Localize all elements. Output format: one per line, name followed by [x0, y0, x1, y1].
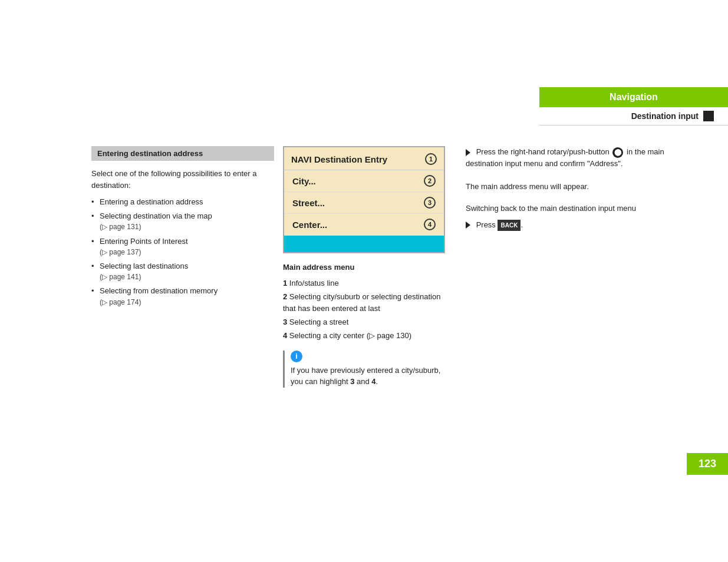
right-section: Press the right-hand rotary/push-button …: [466, 146, 678, 242]
list-item-text: Entering Points of Interest: [100, 237, 188, 246]
note-item-1: 1 Info/status line: [283, 277, 445, 290]
nav-title-bar: Navigation: [539, 87, 728, 107]
navi-row-center: Center... 4: [284, 214, 444, 236]
back-badge: BACK: [498, 220, 521, 231]
navi-footer: [284, 236, 444, 252]
intro-text: Select one of the following possibilitie…: [91, 168, 274, 191]
list-item-text: Selecting last destinations: [100, 262, 188, 270]
navi-row-street-label: Street...: [292, 198, 420, 208]
section-header-text: Entering destination address: [97, 149, 203, 158]
info-icon: i: [291, 351, 302, 362]
navi-row-city: City... 2: [284, 170, 444, 192]
page-ref: (▷ page 131): [100, 223, 141, 231]
address-menu-notes: Main address menu 1 Info/status line 2 S…: [283, 262, 445, 342]
navi-screen: NAVI Destination Entry 1 City... 2 Stree…: [283, 146, 445, 253]
menu-title: Main address menu: [283, 262, 445, 274]
list-item: Selecting from destination memory (▷ pag…: [91, 286, 274, 307]
note-item-2: 2 Selecting city/suburb or selecting des…: [283, 291, 445, 316]
list-item-text: Entering a destination address: [100, 197, 203, 206]
note-num-1: 1: [283, 279, 287, 287]
page-ref: (▷ page 137): [100, 248, 141, 256]
page-number-box: 123: [687, 453, 728, 475]
instruction2-title: Switching back to the main destination i…: [466, 203, 678, 214]
navi-header: NAVI Destination Entry 1: [284, 147, 444, 170]
navi-row-city-label: City...: [292, 176, 420, 186]
section-header: Entering destination address: [91, 146, 274, 161]
list-item-text: Selecting destination via the map: [100, 211, 212, 220]
page-ref: (▷ page 141): [100, 273, 141, 281]
info-box: i If you have previously entered a city/…: [283, 351, 445, 388]
note-item-3: 3 Selecting a street: [283, 316, 445, 329]
navi-row-city-num: 2: [424, 175, 436, 187]
navi-title-text: NAVI Destination Entry: [291, 154, 387, 164]
navi-row-center-num: 4: [424, 219, 436, 230]
list-item: Entering a destination address: [91, 197, 274, 207]
navi-row-street-num: 3: [424, 197, 436, 209]
header-section: Navigation Destination input: [539, 87, 728, 125]
bullet-list: Entering a destination address Selecting…: [91, 197, 274, 308]
instruction2-prefix: Press: [476, 220, 496, 229]
list-item: Entering Points of Interest (▷ page 137): [91, 236, 274, 257]
note-num-4: 4: [283, 331, 287, 340]
arrow-right-icon-2: [466, 222, 470, 229]
note-num-2: 2: [283, 292, 287, 301]
navi-row-center-label: Center...: [292, 220, 420, 230]
dest-input-label: Destination input: [631, 111, 699, 121]
note-text-1: Info/status line: [289, 279, 339, 287]
page-number: 123: [699, 458, 716, 470]
note-item-4: 4 Selecting a city center (▷ page 130): [283, 330, 445, 342]
navi-row-street: Street... 3: [284, 192, 444, 214]
dest-input-bar: Destination input: [539, 107, 728, 125]
arrow-right-icon: [466, 149, 470, 156]
instruction-block-2: Switching back to the main destination i…: [466, 203, 678, 231]
nav-title: Navigation: [610, 92, 658, 102]
page-ref: (▷ page 174): [100, 298, 141, 306]
center-section: NAVI Destination Entry 1 City... 2 Stree…: [283, 146, 448, 388]
info-box-text: If you have previously entered a city/su…: [291, 365, 445, 388]
instruction-block-1: Press the right-hand rotary/push-button …: [466, 146, 678, 192]
note-num-3: 3: [283, 318, 287, 326]
circle-button-icon: ⬤: [612, 147, 623, 158]
instruction1-prefix: Press the right-hand rotary/push-button: [476, 147, 610, 156]
list-item-text: Selecting from destination memory: [100, 286, 218, 295]
instruction1-suffix: The main address menu will appear.: [466, 182, 589, 191]
list-item: Selecting last destinations (▷ page 141): [91, 261, 274, 282]
note-text-2: Selecting city/suburb or selecting desti…: [283, 292, 440, 313]
note-text-3: Selecting a street: [289, 318, 348, 326]
list-item: Selecting destination via the map (▷ pag…: [91, 211, 274, 232]
left-section: Entering destination address Select one …: [91, 146, 274, 311]
note-text-4: Selecting a city center (▷ page 130): [289, 331, 411, 340]
navi-header-num: 1: [425, 153, 437, 165]
black-square-icon: [703, 111, 714, 121]
